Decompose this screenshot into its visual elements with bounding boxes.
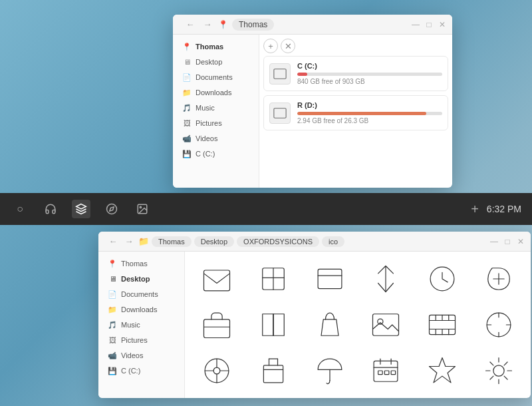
svg-rect-42 [374, 361, 398, 382]
taskbar-right: + 6:32 PM [471, 202, 521, 217]
sidebar-item-music-bottom[interactable]: 🎵 Music [101, 317, 182, 332]
drive-r[interactable]: R (D:) 2.94 GB free of 26.3 GB [263, 95, 448, 130]
icon-cell-1[interactable] [190, 257, 244, 300]
window-body-bottom: 📍 Thomas 🖥 Desktop 📄 Documents 📁 Downloa… [98, 252, 531, 398]
maximize-button-top[interactable]: □ [424, 20, 434, 29]
drive-c-icon-bottom: 💾 [108, 366, 117, 375]
sidebar-item-pictures-top[interactable]: 🖼 Pictures [176, 116, 256, 130]
sidebar-item-c-top[interactable]: 💾 C (C:) [176, 146, 256, 161]
sidebar-item-music-top[interactable]: 🎵 Music [176, 101, 256, 115]
icon-briefcase[interactable] [190, 303, 244, 346]
drive-c-icon [269, 63, 291, 85]
add-button-top[interactable]: + [263, 39, 278, 53]
forward-button-top[interactable]: → [201, 18, 214, 31]
drive-r-fill [297, 112, 426, 115]
sidebar-bottom: 📍 Thomas 🖥 Desktop 📄 Documents 📁 Downloa… [98, 252, 185, 398]
icon-image[interactable] [359, 303, 413, 346]
add-icon[interactable]: + [471, 202, 479, 217]
icon-cell-5[interactable] [416, 257, 469, 300]
icon-star[interactable] [416, 349, 469, 393]
sidebar-item-desktop-top[interactable]: 🖥 Desktop [176, 55, 256, 69]
layers-icon[interactable] [72, 200, 90, 218]
svg-marker-49 [429, 358, 455, 383]
pictures-icon-top: 🖼 [182, 118, 192, 128]
breadcrumb-ico[interactable]: ico [322, 236, 344, 247]
icon-cell-3[interactable] [303, 257, 356, 300]
downloads-icon-top: 📁 [182, 88, 192, 97]
circle-icon[interactable]: ○ [11, 200, 29, 218]
downloads-icon-bottom: 📁 [108, 305, 117, 314]
drive-c-bar [297, 73, 442, 76]
drive-c-name: C (C:) [297, 62, 442, 70]
svg-rect-47 [385, 371, 390, 375]
breadcrumb-top[interactable]: Thomas [232, 19, 274, 31]
sidebar-item-pictures-bottom[interactable]: 🖼 Pictures [101, 333, 182, 347]
titlebar-bottom: ← → 📁 Thomas Desktop OXFORDSYSICONS ico … [98, 232, 531, 252]
headphones-icon[interactable] [41, 200, 60, 218]
sidebar-item-thomas[interactable]: 📍 Thomas [176, 39, 256, 54]
sidebar-item-c-bottom[interactable]: 💾 C (C:) [101, 363, 182, 378]
svg-rect-5 [274, 69, 286, 79]
svg-rect-13 [318, 269, 342, 288]
image-taskbar-icon[interactable] [133, 200, 152, 218]
nav-bar-bottom: ← → 📁 Thomas Desktop OXFORDSYSICONS ico [104, 235, 489, 248]
taskbar-left: ○ [11, 200, 152, 218]
sidebar-item-thomas-bottom[interactable]: 📍 Thomas [101, 256, 182, 271]
svg-point-4 [140, 206, 141, 208]
sidebar-item-documents-top[interactable]: 📄 Documents [176, 70, 256, 85]
icon-film[interactable] [416, 303, 469, 346]
sidebar-item-videos-top[interactable]: 📹 Videos [176, 131, 256, 146]
svg-rect-15 [204, 319, 230, 338]
svg-rect-11 [204, 270, 230, 291]
compass-icon[interactable] [102, 200, 121, 218]
drive-c[interactable]: C (C:) 840 GB free of 903 GB [263, 56, 448, 91]
back-button-bottom[interactable]: ← [106, 235, 120, 248]
forward-button-bottom[interactable]: → [122, 235, 136, 248]
svg-marker-0 [76, 204, 86, 210]
icon-calendar[interactable] [359, 349, 413, 393]
window-controls-top: — □ ✕ [411, 20, 447, 29]
sidebar-item-videos-bottom[interactable]: 📹 Videos [101, 348, 182, 363]
icon-compass[interactable] [190, 349, 244, 393]
minimize-button-bottom[interactable]: — [489, 237, 499, 246]
svg-point-1 [107, 204, 117, 214]
icon-box[interactable] [247, 349, 301, 393]
drive-r-free: 2.94 GB free of 26.3 GB [297, 117, 442, 124]
remove-button-top[interactable]: ✕ [281, 39, 295, 53]
sidebar-item-desktop-bottom[interactable]: 🖥 Desktop [101, 272, 182, 286]
breadcrumb-desktop[interactable]: Desktop [194, 236, 234, 247]
sidebar-item-documents-bottom[interactable]: 📄 Documents [101, 287, 182, 302]
nav-bar-top: ← → 📍 Thomas [178, 18, 411, 31]
sidebar-item-downloads-bottom[interactable]: 📁 Downloads [101, 302, 182, 317]
videos-icon-bottom: 📹 [108, 351, 117, 360]
minimize-button-top[interactable]: — [411, 20, 420, 29]
breadcrumb-oxfordsysicons[interactable]: OXFORDSYSICONS [237, 236, 319, 247]
clock: 6:32 PM [487, 204, 521, 214]
close-button-bottom[interactable]: ✕ [516, 237, 525, 246]
icon-settings[interactable] [471, 349, 525, 393]
icons-grid [185, 252, 531, 398]
sidebar-item-downloads-top[interactable]: 📁 Downloads [176, 85, 256, 100]
titlebar-top: ← → 📍 Thomas — □ ✕ [173, 15, 452, 35]
music-icon-top: 🎵 [182, 103, 192, 112]
icon-cell-6[interactable] [471, 257, 525, 300]
file-manager-window-bottom: ← → 📁 Thomas Desktop OXFORDSYSICONS ico … [98, 232, 531, 398]
close-button-top[interactable]: ✕ [438, 20, 447, 29]
icon-placeholder[interactable] [471, 303, 525, 346]
breadcrumb-thomas[interactable]: Thomas [152, 236, 192, 247]
icon-book[interactable] [247, 303, 301, 346]
videos-icon-top: 📹 [182, 134, 192, 143]
drive-c-icon-top: 💾 [182, 149, 192, 158]
icon-cell-4[interactable] [359, 257, 413, 300]
back-button-top[interactable]: ← [184, 18, 197, 31]
desktop-icon: 🖥 [182, 57, 192, 67]
icon-cell-2[interactable] [247, 257, 301, 300]
svg-rect-40 [263, 365, 283, 383]
drive-r-name: R (D:) [297, 101, 442, 109]
file-manager-window-top: ← → 📍 Thomas — □ ✕ 📍 Thomas 🖥 Desktop 📄 … [173, 15, 452, 188]
icon-bag[interactable] [303, 303, 356, 346]
icon-umbrella[interactable] [303, 349, 356, 393]
drive-c-info: C (C:) 840 GB free of 903 GB [297, 62, 442, 85]
drive-r-info: R (D:) 2.94 GB free of 26.3 GB [297, 101, 442, 124]
maximize-button-bottom[interactable]: □ [503, 237, 512, 246]
